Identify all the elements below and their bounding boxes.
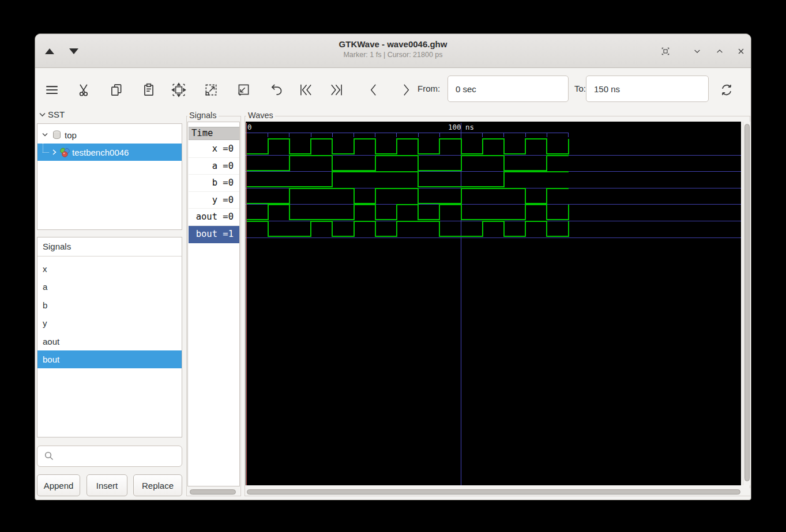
signal-value-row-a[interactable]: a =0 bbox=[189, 158, 239, 175]
titlebar[interactable]: GTKWave - wave0046.ghw Marker: 1 fs | Cu… bbox=[35, 34, 751, 68]
from-input[interactable] bbox=[447, 76, 569, 102]
wave-canvas[interactable]: 0100 ns bbox=[246, 122, 741, 485]
wave-a bbox=[247, 156, 569, 171]
waves-vscrollbar-thumb[interactable] bbox=[744, 124, 750, 481]
module-icon bbox=[59, 147, 70, 158]
triangle-up-icon bbox=[45, 48, 54, 54]
zoom-in-icon bbox=[204, 80, 219, 100]
shift-right-button[interactable] bbox=[395, 80, 417, 100]
triangle-down-icon bbox=[69, 48, 78, 54]
waveform-plot: 0100 ns bbox=[246, 122, 741, 485]
toolbar: From: To: bbox=[35, 69, 751, 109]
expander-down-icon bbox=[42, 131, 48, 138]
signal-list-items: xabyaoutbout bbox=[37, 260, 182, 368]
signal-list-item-y[interactable]: y bbox=[37, 314, 182, 332]
signal-list-item-x[interactable]: x bbox=[37, 260, 182, 278]
menu-icon bbox=[44, 81, 59, 99]
zoom-out-icon bbox=[236, 80, 251, 100]
sst-tree: top testbench0046 bbox=[37, 123, 182, 230]
append-button[interactable]: Append bbox=[37, 474, 80, 496]
waves-hscrollbar-thumb[interactable] bbox=[247, 489, 740, 495]
search-icon bbox=[44, 451, 54, 461]
fullscreen-button[interactable] bbox=[657, 43, 674, 59]
minimize-button[interactable] bbox=[689, 43, 705, 59]
signal-list-item-b[interactable]: b bbox=[37, 296, 182, 314]
replace-button[interactable]: Replace bbox=[133, 474, 182, 496]
signal-list-item-bout[interactable]: bout bbox=[37, 350, 182, 368]
copy-icon bbox=[109, 81, 124, 99]
paste-icon bbox=[141, 81, 156, 99]
skip-to-end-button[interactable] bbox=[326, 80, 348, 100]
waves-frame-label: Waves bbox=[246, 111, 275, 120]
signal-value-row-x[interactable]: x =0 bbox=[189, 141, 239, 158]
undo-button[interactable] bbox=[266, 80, 288, 100]
shade-down-button[interactable] bbox=[67, 46, 81, 57]
signals-frame-label: Signals bbox=[187, 111, 219, 120]
shift-left-button[interactable] bbox=[363, 80, 385, 100]
signal-list-item-aout[interactable]: aout bbox=[37, 333, 182, 350]
zoom-fit-button[interactable] bbox=[168, 80, 190, 100]
maximize-button[interactable] bbox=[712, 43, 728, 59]
svg-text:0: 0 bbox=[247, 123, 252, 131]
menu-button[interactable] bbox=[41, 80, 63, 100]
signals-hscrollbar-thumb[interactable] bbox=[190, 489, 236, 495]
wave-aout bbox=[247, 205, 569, 220]
paste-button[interactable] bbox=[138, 80, 160, 100]
close-icon bbox=[736, 45, 746, 58]
cut-icon bbox=[77, 81, 92, 99]
skip-end-icon bbox=[329, 80, 344, 100]
to-label: To: bbox=[574, 84, 586, 93]
gtkwave-window: GTKWave - wave0046.ghw Marker: 1 fs | Cu… bbox=[35, 33, 751, 500]
shade-up-button[interactable] bbox=[43, 46, 57, 57]
waves-hscrollbar[interactable] bbox=[246, 488, 750, 496]
signal-list-header: Signals bbox=[37, 237, 182, 256]
signal-value-row-b[interactable]: b =0 bbox=[189, 175, 239, 192]
wave-x bbox=[247, 139, 569, 154]
chevron-left-icon bbox=[366, 80, 381, 100]
chevron-down-icon bbox=[693, 45, 702, 58]
signal-facility-list: Signals xabyaoutbout bbox=[37, 237, 182, 437]
expander-right-icon bbox=[51, 149, 58, 156]
tree-row-testbench[interactable]: testbench0046 bbox=[37, 144, 182, 161]
window-title: GTKWave - wave0046.ghw bbox=[35, 39, 751, 50]
cut-button[interactable] bbox=[73, 80, 95, 100]
reload-button[interactable] bbox=[716, 80, 738, 100]
signal-value-row-aout[interactable]: aout =0 bbox=[189, 209, 239, 226]
zoom-fit-icon bbox=[171, 80, 186, 100]
tree-guide-line bbox=[43, 144, 43, 152]
marker-cursor-status: Marker: 1 fs | Cursor: 21800 ps bbox=[35, 50, 751, 60]
chevron-up-icon bbox=[715, 45, 724, 58]
tree-guide-line bbox=[43, 152, 49, 153]
fullscreen-icon bbox=[661, 44, 670, 58]
wave-y bbox=[247, 188, 569, 203]
tree-row-top[interactable]: top bbox=[37, 126, 182, 144]
skip-start-icon bbox=[298, 80, 313, 100]
expander-down-icon bbox=[39, 111, 46, 118]
reload-icon bbox=[719, 80, 734, 100]
chevron-right-icon bbox=[398, 80, 413, 100]
zoom-out-button[interactable] bbox=[232, 80, 254, 100]
tree-item-label: top bbox=[65, 130, 77, 140]
signal-value-rows: x =0a =0b =0y =0aout =0bout =1 bbox=[189, 141, 239, 243]
from-label: From: bbox=[418, 84, 440, 93]
signal-value-row-bout[interactable]: bout =1 bbox=[189, 226, 239, 243]
insert-button[interactable]: Insert bbox=[87, 474, 127, 496]
sst-label: SST bbox=[48, 110, 65, 119]
time-header[interactable]: Time bbox=[189, 127, 239, 140]
tree-item-label: testbench0046 bbox=[72, 148, 129, 157]
wave-b bbox=[247, 172, 569, 187]
sst-expander[interactable]: SST bbox=[39, 110, 65, 119]
signal-value-row-y[interactable]: y =0 bbox=[189, 192, 239, 209]
zoom-in-button[interactable] bbox=[200, 80, 222, 100]
copy-button[interactable] bbox=[106, 80, 127, 100]
main-content: SST top bbox=[35, 109, 751, 500]
skip-to-start-button[interactable] bbox=[295, 80, 317, 100]
signals-hscrollbar[interactable] bbox=[189, 488, 239, 496]
close-button[interactable] bbox=[733, 43, 749, 59]
database-icon bbox=[52, 130, 62, 140]
to-input[interactable] bbox=[586, 76, 709, 102]
signal-list-item-a[interactable]: a bbox=[37, 278, 182, 296]
wave-bout bbox=[247, 221, 569, 236]
waves-vscrollbar[interactable] bbox=[743, 122, 750, 485]
signal-search-box[interactable] bbox=[37, 446, 182, 467]
